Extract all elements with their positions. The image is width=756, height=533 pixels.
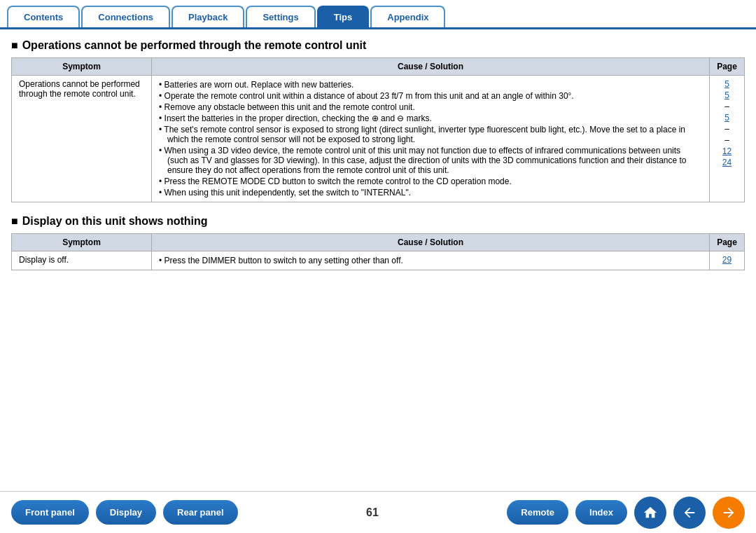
remote-button[interactable]: Remote: [507, 500, 568, 525]
page-number: 61: [245, 506, 500, 519]
tab-tips[interactable]: Tips: [317, 6, 370, 27]
rear-panel-button[interactable]: Rear panel: [163, 500, 237, 525]
cause-item: Operate the remote control unit within a…: [159, 90, 702, 102]
page-link[interactable]: 5: [724, 79, 729, 89]
tab-contents[interactable]: Contents: [7, 6, 80, 27]
cause-item: When using this unit independently, set …: [159, 187, 702, 198]
remote-section-table: SymptomCause / SolutionPageOperations ca…: [11, 57, 745, 202]
display-section-th-col_symptom: Symptom: [12, 234, 152, 251]
remote-section-row0-page: 55–5––1224: [710, 76, 745, 202]
page-link[interactable]: 12: [722, 146, 732, 156]
page-dash: –: [724, 135, 729, 145]
display-section-row0-page: 29: [710, 251, 745, 270]
cause-item: Press the REMOTE MODE CD button to switc…: [159, 176, 702, 187]
page-link[interactable]: 5: [724, 90, 729, 100]
tab-bar: ContentsConnectionsPlaybackSettingsTipsA…: [0, 0, 756, 27]
remote-section-th-col_symptom: Symptom: [12, 58, 152, 76]
display-section-heading: Display on this unit shows nothing: [11, 215, 745, 228]
display-section-table: SymptomCause / SolutionPageDisplay is of…: [11, 233, 745, 270]
display-section-row0-symptom: Display is off.: [12, 251, 152, 270]
home-button[interactable]: [634, 497, 666, 529]
back-button[interactable]: [673, 497, 706, 529]
display-section-th-col_cause: Cause / Solution: [152, 234, 710, 251]
cause-item: Batteries are worn out. Replace with new…: [159, 79, 702, 90]
display-section-th-col_page: Page: [710, 234, 745, 251]
footer: Front panelDisplayRear panel61RemoteInde…: [0, 491, 756, 533]
page-link[interactable]: 5: [724, 113, 729, 123]
remote-section-heading: Operations cannot be performed through t…: [11, 39, 745, 52]
page-dash: –: [724, 124, 729, 134]
cause-item: Press the DIMMER button to switch to any…: [159, 255, 702, 266]
cause-item: Remove any obstacle between this unit an…: [159, 102, 702, 113]
index-button[interactable]: Index: [575, 500, 627, 525]
cause-item: The set's remote control sensor is expos…: [159, 124, 702, 145]
remote-section-row0-cause: Batteries are worn out. Replace with new…: [152, 76, 710, 202]
page-link[interactable]: 29: [722, 255, 732, 265]
front-panel-button[interactable]: Front panel: [11, 500, 89, 525]
tab-playback[interactable]: Playback: [172, 6, 244, 27]
tab-settings[interactable]: Settings: [246, 6, 315, 27]
page-dash: –: [724, 102, 729, 111]
forward-button[interactable]: [713, 497, 745, 529]
display-button[interactable]: Display: [96, 500, 156, 525]
tab-appendix[interactable]: Appendix: [370, 6, 445, 27]
remote-section-row0-symptom: Operations cannot be performed through t…: [12, 76, 152, 202]
display-section-row0-cause: Press the DIMMER button to switch to any…: [152, 251, 710, 270]
remote-section-th-col_cause: Cause / Solution: [152, 58, 710, 76]
page-link[interactable]: 24: [722, 158, 732, 167]
cause-item: Insert the batteries in the proper direc…: [159, 113, 702, 124]
remote-section-th-col_page: Page: [710, 58, 745, 76]
main-content: Operations cannot be performed through t…: [0, 27, 756, 491]
tab-connections[interactable]: Connections: [81, 6, 170, 27]
cause-item: When using a 3D video device, the remote…: [159, 145, 702, 176]
